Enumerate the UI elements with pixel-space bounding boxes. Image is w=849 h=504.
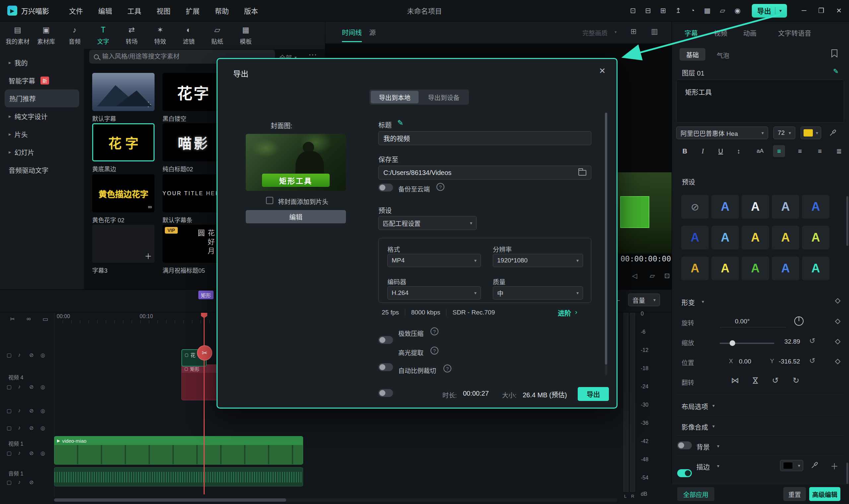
chevron-down-icon[interactable]: ▾: [712, 424, 715, 429]
mute-icon[interactable]: ⊘: [29, 408, 34, 414]
subtab-bubble[interactable]: 气泡: [717, 51, 729, 60]
volume-dropdown[interactable]: 音量▾: [628, 293, 660, 306]
rotate-input[interactable]: 0.00°: [720, 316, 786, 327]
speaker-icon[interactable]: ♪: [18, 408, 20, 414]
apply-all-button[interactable]: 全部应用: [677, 487, 714, 501]
notifications-icon[interactable]: ◔: [691, 7, 695, 15]
quality-dropdown[interactable]: 完整画质: [582, 28, 608, 37]
eyedropper-icon[interactable]: [811, 461, 819, 469]
preset-style[interactable]: A: [742, 226, 769, 250]
resolution-dropdown[interactable]: 1920*1080▾: [493, 254, 583, 267]
chevron-down-icon[interactable]: ▾: [717, 443, 719, 449]
mute-icon[interactable]: ⊘: [29, 450, 34, 456]
add-icon[interactable]: ＋: [144, 250, 152, 261]
save-icon[interactable]: ⊞: [660, 7, 666, 15]
template-thumbnail[interactable]: 花 字: [92, 123, 155, 161]
reset-scale-icon[interactable]: ↺: [809, 337, 815, 345]
dialog-export-button[interactable]: 导出: [578, 387, 609, 401]
position-x-value[interactable]: 0.00: [739, 358, 751, 365]
align-left-button[interactable]: ≡: [773, 145, 785, 157]
rotate-cw-icon[interactable]: ↻: [793, 376, 799, 385]
timeline-scrollbar-thumb[interactable]: [54, 498, 286, 502]
dialog-close-icon[interactable]: ✕: [599, 66, 606, 75]
edit-layer-icon[interactable]: ✎: [833, 67, 839, 75]
tab-export-device[interactable]: 导出到设备: [420, 91, 468, 103]
chevron-down-icon[interactable]: ▾: [702, 299, 704, 304]
eye-icon[interactable]: ◎: [40, 352, 45, 358]
chevron-down-icon[interactable]: ▾: [779, 8, 782, 13]
compress-toggle[interactable]: [378, 336, 393, 344]
rotate-ccw-icon[interactable]: ↺: [772, 376, 779, 385]
category-intro[interactable]: ▸片头: [0, 125, 84, 143]
apps-icon[interactable]: ▦: [704, 7, 711, 15]
help-icon[interactable]: ?: [431, 327, 438, 335]
align-right-button[interactable]: ≡: [814, 145, 826, 157]
font-size-dropdown[interactable]: 72▾: [774, 127, 795, 139]
dialog-scrollbar-thumb[interactable]: [605, 113, 607, 364]
cloud-backup-toggle[interactable]: [378, 184, 393, 192]
frame-icon[interactable]: ▭: [42, 316, 48, 323]
category-my[interactable]: ▸我的: [0, 54, 84, 72]
stroke-toggle[interactable]: [677, 469, 692, 477]
collect-icon[interactable]: [830, 49, 838, 58]
eye-icon[interactable]: ◎: [40, 450, 45, 456]
text-template-card[interactable]: VIP 花好月圆 满月祝福标题05: [162, 225, 225, 274]
category-smart-captions[interactable]: 智能字幕新: [0, 72, 84, 89]
background-toggle[interactable]: [677, 442, 692, 449]
chevron-down-icon[interactable]: ▾: [717, 463, 719, 469]
category-hot-recommend[interactable]: 热门推荐: [5, 89, 79, 107]
display-icon[interactable]: ⊟: [645, 7, 651, 15]
align-center-button[interactable]: ≡: [794, 145, 806, 157]
layout-options-section[interactable]: 布局选项: [681, 402, 708, 411]
reset-button[interactable]: 重置: [783, 487, 806, 501]
tab-source-view[interactable]: 源: [369, 28, 376, 37]
bold-button[interactable]: B: [679, 145, 691, 157]
tab-timeline-view[interactable]: 时间线: [342, 28, 362, 42]
underline-button[interactable]: U: [715, 145, 727, 157]
flip-horizontal-icon[interactable]: ⋈: [731, 376, 739, 385]
menu-help[interactable]: 帮助: [215, 6, 229, 16]
mute-icon[interactable]: ⊘: [29, 384, 34, 390]
stroke-color-picker[interactable]: ▾: [780, 460, 803, 471]
preset-style[interactable]: A: [711, 195, 739, 219]
template-thumbnail[interactable]: 黄色描边花字 ∞: [92, 174, 155, 212]
preset-style[interactable]: A: [772, 195, 799, 219]
preset-style[interactable]: A: [802, 256, 829, 280]
add-icon[interactable]: ＋: [144, 98, 152, 109]
font-family-dropdown[interactable]: 阿里巴巴普惠体 Hea▾: [676, 127, 768, 139]
help-icon[interactable]: ?: [436, 183, 445, 191]
menu-view[interactable]: 视图: [157, 6, 171, 16]
template-thumbnail[interactable]: 喵影: [162, 123, 225, 161]
line-spacing-button[interactable]: ↕: [733, 145, 745, 157]
cut-here-button[interactable]: ✂: [197, 345, 212, 361]
speaker-icon[interactable]: ◁: [632, 272, 637, 280]
template-thumbnail[interactable]: ＋: [92, 73, 155, 111]
dialog-scrollbar[interactable]: [605, 113, 607, 375]
account-icon[interactable]: ◉: [734, 7, 741, 15]
text-template-card[interactable]: 喵影 纯白标题02: [162, 123, 225, 173]
autocrop-toggle[interactable]: [378, 389, 393, 397]
text-content-box[interactable]: 矩形工具: [676, 79, 844, 123]
eye-icon[interactable]: ◎: [40, 425, 45, 431]
position-y-value[interactable]: -316.52: [779, 358, 800, 365]
tab-animation[interactable]: 动画: [743, 28, 757, 38]
template-thumbnail[interactable]: 花字: [162, 73, 225, 111]
tab-templates[interactable]: ▦模板: [231, 21, 260, 49]
chevron-down-icon[interactable]: ▾: [712, 403, 715, 408]
close-button[interactable]: ✕: [836, 7, 842, 15]
edit-cover-button[interactable]: 编辑: [246, 210, 346, 223]
highlight-toggle[interactable]: [378, 363, 393, 371]
tab-filters[interactable]: ◐滤镜: [174, 21, 203, 49]
tab-video[interactable]: 视频: [714, 28, 727, 38]
ai-edit-icon[interactable]: ✎: [397, 119, 403, 127]
clip-icon[interactable]: ▢: [7, 408, 12, 414]
flip-vertical-icon[interactable]: ⋈: [751, 376, 760, 384]
template-thumbnail[interactable]: ＋: [92, 225, 155, 263]
quality-dropdown[interactable]: 中▾: [493, 286, 583, 300]
speaker-icon[interactable]: ♪: [18, 352, 20, 358]
upload-icon[interactable]: ↥: [675, 7, 681, 15]
template-thumbnail[interactable]: VIP 花好月圆: [162, 225, 225, 263]
text-template-card[interactable]: ＋ 默认字幕: [92, 73, 155, 123]
playhead[interactable]: [204, 313, 205, 494]
italic-button[interactable]: I: [697, 145, 709, 157]
